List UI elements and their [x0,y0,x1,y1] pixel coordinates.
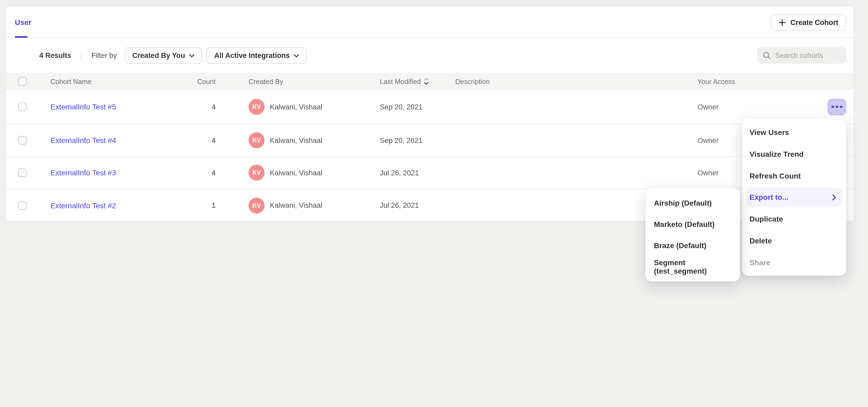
last-modified-date: Jul 26, 2021 [380,169,455,177]
column-header-count[interactable]: Count [186,77,216,85]
cohort-name-link[interactable]: ExternalInfo Test #3 [51,168,116,177]
chevron-down-icon [294,54,299,57]
avatar: KV [249,165,265,181]
row-actions-button[interactable] [828,99,846,115]
ellipsis-icon [832,106,834,108]
submenu-item-braze[interactable]: Braze (Default) [645,235,740,256]
tab-bar: User Create Cohort [6,6,854,38]
cohort-count: 1 [186,201,216,209]
chevron-right-icon [832,194,836,200]
menu-item-view-users[interactable]: View Users [746,121,842,143]
column-header-description[interactable]: Description [455,77,698,85]
cohort-name-link[interactable]: ExternalInfo Test #4 [51,136,116,145]
table-row: ExternalInfo Test #4 4 KV Kalwani, Visha… [6,124,854,157]
avatar: KV [249,197,265,213]
created-by-filter-label: Created By You [132,52,185,60]
menu-item-refresh-count[interactable]: Refresh Count [746,165,842,187]
row-checkbox[interactable] [18,102,27,111]
table-row: ExternalInfo Test #3 4 KV Kalwani, Visha… [6,157,854,189]
column-header-last-modified[interactable]: Last Modified [380,77,421,85]
column-header-created-by[interactable]: Created By [216,77,380,85]
export-submenu: Airship (Default) Marketo (Default) Braz… [645,188,740,282]
created-by-name: Kalwani, Vishaal [270,136,322,144]
last-modified-date: Sep 20, 2021 [380,103,455,111]
avatar: KV [249,132,265,148]
menu-item-export-to[interactable]: Export to... [746,188,842,207]
cohort-name-link[interactable]: ExternalInfo Test #5 [51,102,116,111]
created-by-filter-dropdown[interactable]: Created By You [125,47,202,64]
search-box [757,47,846,64]
tab-user[interactable]: User [15,6,31,38]
select-all-checkbox[interactable] [18,77,27,86]
integrations-filter-label: All Active Integrations [214,52,290,60]
tab-user-label: User [15,18,31,26]
cohort-count: 4 [186,103,216,111]
menu-item-duplicate[interactable]: Duplicate [746,208,842,229]
menu-item-export-to-label: Export to... [749,193,788,201]
row-context-menu: View Users Visualize Trend Refresh Count… [742,119,846,276]
active-tab-underline [15,36,28,38]
row-checkbox[interactable] [18,201,27,210]
chevron-down-icon [189,54,195,57]
cohort-count: 4 [186,136,216,144]
search-input[interactable] [775,52,840,60]
create-cohort-label: Create Cohort [790,19,838,27]
submenu-item-segment[interactable]: Segment (test_segment) [645,256,740,277]
cohort-count: 4 [186,169,216,177]
cohort-name-link[interactable]: ExternalInfo Test #2 [51,201,116,210]
table-header: Cohort Name Count Created By Last Modifi… [6,73,854,90]
filter-by-label: Filter by [91,52,117,60]
search-icon [763,52,771,60]
app-viewport: User Create Cohort 4 Results Filter by C… [0,0,868,407]
plus-icon [779,19,786,26]
last-modified-date: Sep 20, 2021 [380,136,455,144]
avatar: KV [249,99,265,115]
column-header-cohort-name[interactable]: Cohort Name [38,77,186,85]
sort-desc-icon[interactable] [424,77,429,85]
created-by-name: Kalwani, Vishaal [270,201,322,209]
access-level: Owner [698,103,828,111]
last-modified-date: Jul 26, 2021 [380,201,455,209]
results-count: 4 Results [39,52,71,60]
toolbar-divider [81,50,81,61]
submenu-item-marketo[interactable]: Marketo (Default) [645,214,740,235]
toolbar: 4 Results Filter by Created By You All A… [6,38,854,73]
table-row: ExternalInfo Test #5 4 KV Kalwani, Visha… [6,90,854,124]
created-by-name: Kalwani, Vishaal [270,103,322,111]
create-cohort-button[interactable]: Create Cohort [771,14,846,31]
menu-item-share: Share [746,251,842,273]
column-header-your-access[interactable]: Your Access [698,77,828,85]
row-checkbox[interactable] [18,136,27,145]
submenu-item-airship[interactable]: Airship (Default) [645,192,740,214]
integrations-filter-dropdown[interactable]: All Active Integrations [207,47,307,64]
created-by-name: Kalwani, Vishaal [270,169,322,177]
row-checkbox[interactable] [18,168,27,177]
menu-item-delete[interactable]: Delete [746,229,842,251]
menu-item-visualize-trend[interactable]: Visualize Trend [746,143,842,165]
